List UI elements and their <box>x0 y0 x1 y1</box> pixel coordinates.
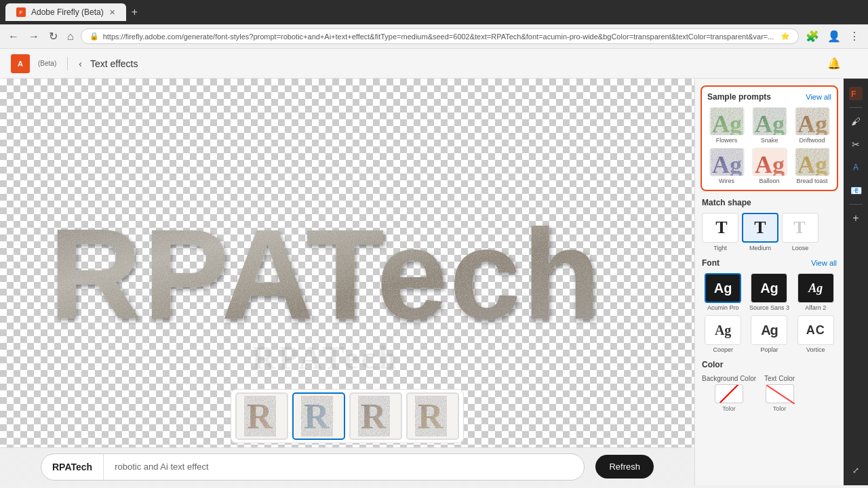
prompt-snake[interactable]: Ag Snake <box>750 107 789 144</box>
svg-text:Ag: Ag <box>755 151 785 176</box>
font-alfarn-label: Alfarn 2 <box>805 304 826 311</box>
canvas-svg: RPATech RPATech <box>42 176 652 352</box>
tab-close-button[interactable]: ✕ <box>109 8 115 17</box>
color-options: Background Color Tolor Text Color Tolor <box>702 375 837 412</box>
sample-prompts-title: Sample prompts <box>707 92 771 102</box>
tool-btn-4[interactable]: 📧 <box>846 181 865 200</box>
tab-favicon: F <box>16 7 26 17</box>
svg-text:RPATech: RPATech <box>252 340 399 375</box>
url-display: https://firefly.adobe.com/generate/font-… <box>103 33 776 41</box>
match-shape-section: Match shape T Tight T Medium T Loose <box>695 191 844 251</box>
shape-medium-label: Medium <box>749 245 771 251</box>
browser-toolbar-right: 🧩 👤 ⋮ <box>803 27 863 45</box>
sample-prompts-grid: Ag Flowers Ag Snake Ag Driftwood <box>707 107 831 184</box>
match-shape-title: Match shape <box>702 198 837 207</box>
canvas-container: RPATech RPATech RPATech <box>0 79 694 485</box>
toolbar-divider <box>849 107 863 108</box>
tool-btn-add[interactable]: + <box>846 209 865 228</box>
shape-tight[interactable]: T Tight <box>702 213 738 251</box>
tab-title: Adobe Firefly (Beta) <box>31 7 104 17</box>
forward-button[interactable]: → <box>26 28 42 45</box>
font-vortice-label: Vortice <box>806 346 825 353</box>
sample-prompts-section: Sample prompts View all Ag Flowers Ag Sn… <box>701 85 838 191</box>
color-title: Color <box>702 360 837 369</box>
svg-text:R: R <box>418 397 444 436</box>
ghost-text: RPATech <box>245 336 449 377</box>
tool-btn-1[interactable]: 🖌 <box>846 112 865 131</box>
font-cooper-label: Cooper <box>713 346 733 353</box>
svg-text:Ag: Ag <box>712 151 742 176</box>
font-source-sans[interactable]: Ag Source Sans 3 <box>748 273 790 311</box>
notification-icon[interactable]: 🔔 <box>825 54 844 73</box>
thumbnail-4[interactable]: R <box>406 392 459 440</box>
prompt-balloon[interactable]: Ag Balloon <box>750 148 789 184</box>
thumbnails-container: R R <box>231 389 464 443</box>
prompt-driftwood[interactable]: Ag Driftwood <box>793 107 831 144</box>
extensions-button[interactable]: 🧩 <box>803 27 822 45</box>
prompt-input[interactable]: robotic and Ai text effect <box>104 454 584 480</box>
home-button[interactable]: ⌂ <box>64 28 77 45</box>
tab-bar: F Adobe Firefly (Beta) ✕ + <box>0 0 868 24</box>
bg-color-group: Background Color Tolor <box>702 375 756 412</box>
shape-medium[interactable]: T Medium <box>742 213 778 251</box>
prompt-wires[interactable]: Ag Wires <box>707 148 746 184</box>
font-acumin-pro-label: Acumin Pro <box>707 304 739 311</box>
bg-color-label: Background Color <box>702 375 756 382</box>
color-section: Color Background Color Tolor Text Color … <box>695 353 844 412</box>
tool-btn-resize[interactable]: ⤢ <box>846 461 865 480</box>
svg-line-13 <box>766 385 795 404</box>
thumbnail-1[interactable]: R <box>235 392 288 440</box>
main-layout: RPATech RPATech RPATech <box>0 79 868 485</box>
back-button[interactable]: ‹ <box>79 58 82 69</box>
svg-text:R: R <box>304 397 330 436</box>
font-poplar[interactable]: Ag Poplar <box>748 315 790 353</box>
prompt-flowers-label: Flowers <box>716 137 738 144</box>
address-bar[interactable]: 🔒 https://firefly.adobe.com/generate/fon… <box>81 28 799 44</box>
refresh-button[interactable]: Refresh <box>595 455 654 479</box>
ghost-svg: RPATech <box>245 336 449 377</box>
svg-text:F: F <box>851 89 856 99</box>
prompt-bread-toast-label: Bread toast <box>796 178 827 184</box>
font-view-all[interactable]: View all <box>811 259 837 267</box>
match-shape-options: T Tight T Medium T Loose <box>702 213 837 251</box>
text-color-label: Text Color <box>764 375 795 382</box>
new-tab-button[interactable]: + <box>126 6 143 18</box>
profile-button[interactable]: 👤 <box>825 27 844 45</box>
bg-color-swatch[interactable] <box>715 384 743 403</box>
svg-text:R: R <box>247 397 273 436</box>
tool-btn-3[interactable]: A <box>846 158 865 177</box>
svg-text:R: R <box>361 397 387 436</box>
browser-toolbar: ← → ↻ ⌂ 🔒 https://firefly.adobe.com/gene… <box>0 24 868 49</box>
svg-text:Ag: Ag <box>797 110 827 135</box>
active-tab[interactable]: F Adobe Firefly (Beta) ✕ <box>5 3 126 21</box>
font-source-sans-label: Source Sans 3 <box>749 304 789 311</box>
prompt-bread-toast[interactable]: Ag Bread toast <box>793 148 831 184</box>
prompt-pill[interactable]: RPATech robotic and Ai text effect <box>41 453 585 481</box>
firefly-tool-btn[interactable]: F <box>846 84 865 103</box>
font-acumin-pro[interactable]: Ag Acumin Pro <box>702 273 744 311</box>
bottom-bar: RPATech robotic and Ai text effect Refre… <box>0 447 694 485</box>
text-input-display[interactable]: RPATech <box>41 454 104 480</box>
adobe-logo: A <box>11 54 30 73</box>
menu-button[interactable]: ⋮ <box>846 27 863 45</box>
back-button[interactable]: ← <box>5 28 22 45</box>
tool-btn-2[interactable]: ✂ <box>846 135 865 154</box>
font-grid: Ag Acumin Pro Ag Source Sans 3 Ag Alfarn… <box>702 273 837 353</box>
text-color-swatch[interactable] <box>766 384 794 403</box>
canvas-main-text: RPATech RPATech <box>42 176 652 352</box>
sample-prompts-view-all[interactable]: View all <box>806 93 831 101</box>
font-poplar-label: Poplar <box>760 346 778 353</box>
font-vortice[interactable]: AC Vortice <box>795 315 837 353</box>
reload-button[interactable]: ↻ <box>46 27 60 45</box>
thumbnail-3[interactable]: R <box>349 392 402 440</box>
font-cooper[interactable]: Ag Cooper <box>702 315 744 353</box>
font-alfarn[interactable]: Ag Alfarn 2 <box>795 273 837 311</box>
prompt-flowers[interactable]: Ag Flowers <box>707 107 746 144</box>
right-panel: Sample prompts View all Ag Flowers Ag Sn… <box>694 79 844 485</box>
bg-color-value: Tolor <box>722 405 736 412</box>
toolbar-divider-2 <box>849 204 863 205</box>
svg-text:Ag: Ag <box>712 110 742 135</box>
svg-text:RPATech: RPATech <box>49 202 602 346</box>
shape-loose[interactable]: T Loose <box>782 213 818 251</box>
thumbnail-2[interactable]: R <box>292 392 345 440</box>
